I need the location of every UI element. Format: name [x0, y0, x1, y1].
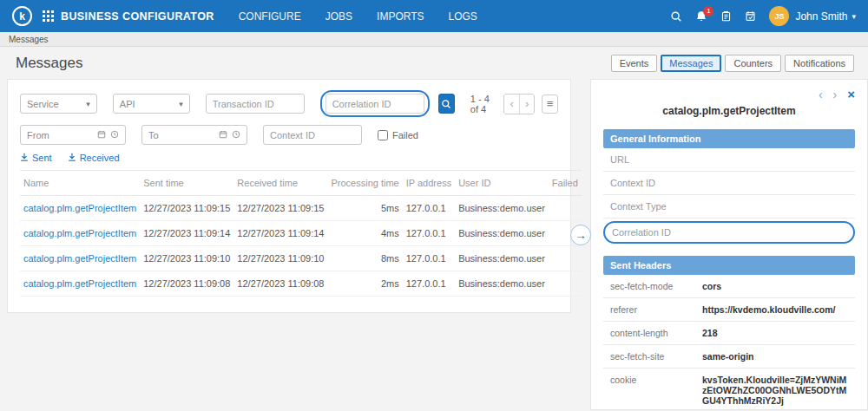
detail-panel-nav: ‹ › × [603, 87, 855, 101]
from-date-label: From [27, 130, 49, 140]
user-avatar[interactable]: JS [769, 6, 789, 26]
detail-prev-icon[interactable]: ‹ [819, 88, 823, 101]
cell-sent-time: 12/27/2023 11:09:08 [140, 271, 233, 297]
cell-ip-address: 127.0.0.1 [403, 246, 455, 271]
table-row[interactable]: catalog.plm.getProjectItem 12/27/2023 11… [20, 246, 582, 271]
tab-events[interactable]: Events [611, 55, 658, 72]
prev-page-button[interactable]: ‹ [504, 95, 519, 114]
cell-name: catalog.plm.getProjectItem [20, 271, 140, 297]
detail-field-context-id[interactable]: Context ID [603, 172, 855, 195]
message-link[interactable]: catalog.plm.getProjectItem [23, 203, 136, 213]
content: Service ▾ API ▾ 1 - 4 of 4 ‹ › ≡ [0, 79, 868, 410]
cell-name: catalog.plm.getProjectItem [20, 246, 140, 271]
menu-imports[interactable]: IMPORTS [377, 10, 424, 23]
cell-received-time: 12/27/2023 11:09:08 [233, 271, 327, 297]
notifications-bell-icon[interactable]: 1 [695, 10, 707, 23]
header-key: sec-fetch-mode [610, 281, 694, 291]
table-row[interactable]: catalog.plm.getProjectItem 12/27/2023 11… [20, 196, 582, 221]
api-select[interactable]: API ▾ [113, 94, 190, 114]
calendar-check-icon[interactable] [745, 10, 756, 22]
header-row: referer https://kvdemo.kloudville.com/ [603, 298, 855, 322]
general-information-header: General Information [603, 129, 855, 148]
correlation-id-highlight-ring [320, 90, 430, 117]
panel-divider: → [571, 79, 590, 410]
next-page-button[interactable]: › [519, 95, 534, 114]
tab-counters[interactable]: Counters [725, 55, 781, 72]
menu-logs[interactable]: LOGS [449, 10, 477, 23]
cell-sent-time: 12/27/2023 11:09:15 [140, 196, 233, 221]
cell-ip-address: 127.0.0.1 [403, 196, 455, 221]
tab-notifications[interactable]: Notifications [785, 55, 854, 72]
detail-field-url[interactable]: URL [603, 148, 855, 172]
to-date-label: To [148, 130, 159, 140]
pagination: 1 - 4 of 4 ‹ › ≡ [470, 94, 558, 114]
from-date-field[interactable]: From [20, 125, 126, 145]
notification-badge: 1 [703, 6, 713, 16]
detail-field-correlation-id-highlighted[interactable]: Correlation ID [603, 221, 855, 244]
cell-user-id: Business:demo.user [455, 271, 549, 297]
received-link[interactable]: Received [68, 153, 120, 163]
message-link[interactable]: catalog.plm.getProjectItem [23, 228, 136, 238]
apps-grid-icon[interactable] [43, 10, 54, 22]
message-direction-links: Sent Received [20, 153, 558, 163]
detail-next-icon[interactable]: › [833, 88, 838, 101]
table-row[interactable]: catalog.plm.getProjectItem 12/27/2023 11… [20, 271, 582, 297]
logo-letter: k [19, 10, 25, 23]
download-icon [68, 153, 76, 163]
cell-user-id: Business:demo.user [455, 221, 549, 246]
message-link[interactable]: catalog.plm.getProjectItem [23, 278, 136, 289]
col-ip-address: IP address [403, 171, 455, 196]
failed-checkbox[interactable] [378, 130, 388, 140]
tab-messages[interactable]: Messages [661, 55, 721, 72]
expand-panel-button[interactable]: → [570, 225, 591, 245]
header-row: sec-fetch-mode cors [603, 275, 855, 298]
cell-sent-time: 12/27/2023 11:09:14 [140, 221, 233, 246]
messages-table: Name Sent time Received time Processing … [20, 170, 582, 297]
close-icon[interactable]: × [847, 87, 855, 101]
tasks-clipboard-icon[interactable] [720, 10, 732, 22]
messages-list-panel: Service ▾ API ▾ 1 - 4 of 4 ‹ › ≡ [7, 79, 571, 313]
to-date-field[interactable]: To [141, 125, 247, 145]
user-name[interactable]: John Smith [795, 10, 847, 23]
sent-headers-header: Sent Headers [603, 256, 855, 275]
detail-title: catalog.plm.getProjectItem [603, 105, 855, 117]
table-header-row: Name Sent time Received time Processing … [20, 171, 582, 196]
menu-jobs[interactable]: JOBS [326, 10, 352, 23]
header-value: cors [702, 281, 848, 291]
cell-received-time: 12/27/2023 11:09:10 [233, 246, 327, 271]
sent-link[interactable]: Sent [20, 153, 52, 163]
menu-configure[interactable]: CONFIGURE [239, 10, 301, 23]
cell-user-id: Business:demo.user [455, 196, 549, 221]
clock-icon[interactable] [232, 130, 240, 140]
header-key: referer [610, 304, 694, 315]
app-logo[interactable]: k [12, 6, 32, 26]
correlation-id-input[interactable] [326, 94, 424, 114]
cell-name: catalog.plm.getProjectItem [20, 196, 140, 221]
detail-field-context-type[interactable]: Context Type [603, 195, 855, 219]
breadcrumb[interactable]: Messages [9, 35, 49, 44]
transaction-id-input[interactable] [206, 94, 305, 114]
chevron-down-icon: ▾ [86, 100, 90, 108]
header-key: sec-fetch-site [610, 351, 694, 362]
topbar: k BUSINESS CONFIGURATOR CONFIGURE JOBS I… [0, 0, 868, 32]
table-row[interactable]: catalog.plm.getProjectItem 12/27/2023 11… [20, 221, 582, 246]
search-icon[interactable] [670, 10, 682, 23]
user-menu-chevron-icon[interactable]: ▾ [852, 12, 856, 21]
filter-row-2: From To Failed [20, 125, 558, 145]
col-name: Name [20, 171, 140, 196]
service-select[interactable]: Service ▾ [20, 94, 97, 114]
search-button[interactable] [438, 94, 455, 114]
cell-received-time: 12/27/2023 11:09:15 [233, 196, 327, 221]
col-user-id: User ID [455, 171, 549, 196]
calendar-icon[interactable] [219, 130, 227, 140]
pagination-range: 1 - 4 of 4 [470, 94, 497, 114]
list-options-button[interactable]: ≡ [542, 95, 558, 114]
context-id-input[interactable] [263, 125, 362, 145]
header-row: sec-fetch-site same-origin [603, 345, 855, 369]
main-menu: CONFIGURE JOBS IMPORTS LOGS [214, 10, 477, 23]
download-icon [20, 153, 29, 163]
message-link[interactable]: catalog.plm.getProjectItem [23, 253, 136, 264]
header-key: cookie [610, 375, 694, 406]
calendar-icon[interactable] [97, 130, 106, 140]
clock-icon[interactable] [110, 130, 119, 140]
